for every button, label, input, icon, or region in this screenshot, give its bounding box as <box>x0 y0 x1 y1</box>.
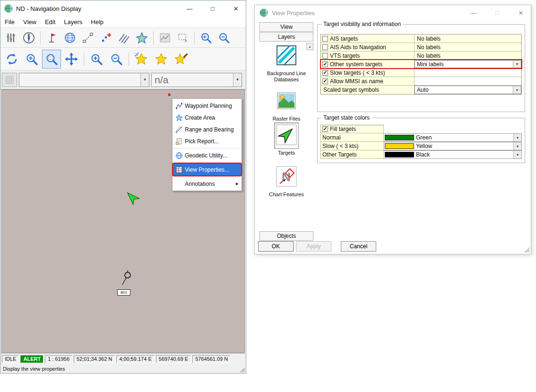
star-new-button[interactable] <box>132 50 151 69</box>
slow-color-combobox[interactable]: Yellow ▼ <box>384 142 522 150</box>
menu-item-range-and-bearing[interactable]: Range and Bearing <box>173 123 241 135</box>
row-value: No labels <box>415 52 521 60</box>
menu-item-geodetic-utility[interactable]: Geodetic Utility... <box>173 149 241 161</box>
parallel-index-lines-icon <box>118 32 130 44</box>
dialog-minimize-button[interactable]: — <box>464 5 484 20</box>
target-symbol[interactable] <box>120 270 137 288</box>
zoom-out-tool-button[interactable] <box>216 30 233 46</box>
pan-button[interactable] <box>62 50 81 69</box>
zoom-in-tool-icon <box>25 52 38 66</box>
other-system-targets-checkbox[interactable]: ✓ <box>322 61 328 67</box>
compass-button[interactable]: N <box>20 30 37 46</box>
chevron-down-icon[interactable]: ▼ <box>513 151 521 158</box>
ais-aids-checkbox[interactable] <box>322 44 328 50</box>
row-allow-mmsi: ✓ Allow MMSI as name <box>321 77 521 86</box>
menu-item-view-properties[interactable]: View Properties... <box>173 164 241 175</box>
menu-item-annotations[interactable]: Annotations ▶ <box>173 178 241 190</box>
context-menu: Waypoint Planning Create Area Range and … <box>172 98 242 191</box>
fill-targets-checkbox[interactable]: ✓ <box>322 126 328 132</box>
tab-objects[interactable]: Objects <box>259 231 313 241</box>
row-normal-color: Normal Green ▼ <box>320 133 522 142</box>
status-easting: 569740.69 E <box>156 355 191 363</box>
vts-targets-checkbox[interactable] <box>322 53 328 59</box>
channel-sliders-button[interactable] <box>2 30 19 46</box>
ais-targets-checkbox[interactable] <box>322 36 328 42</box>
other-targets-color-combobox[interactable]: Black ▼ <box>384 150 522 159</box>
dialog-main-panel: Target visibility and information AIS ta… <box>317 24 525 163</box>
cancel-button[interactable]: Cancel <box>341 241 376 252</box>
waypoint-flag-button[interactable] <box>43 30 61 46</box>
zoom-out-icon <box>218 32 230 44</box>
menu-help[interactable]: Help <box>86 17 108 27</box>
nd-maximize-button[interactable]: □ <box>203 0 223 17</box>
slow-targets-checkbox[interactable]: ✓ <box>322 70 328 76</box>
dialog-globe-icon <box>259 9 268 17</box>
zoom-previous-button[interactable] <box>198 30 215 46</box>
chevron-down-icon[interactable]: ▼ <box>233 73 242 87</box>
chevron-down-icon[interactable]: ▼ <box>513 86 521 94</box>
menu-view[interactable]: View <box>19 17 41 27</box>
color-name: Green <box>416 134 513 141</box>
allow-mmsi-checkbox[interactable]: ✓ <box>322 78 328 84</box>
dialog-resize-grip-icon[interactable] <box>524 247 530 253</box>
add-points-icon <box>100 32 112 44</box>
mode-combobox[interactable]: n/a ▼ <box>151 73 242 87</box>
create-area-button[interactable] <box>133 30 150 46</box>
other-system-targets-combobox[interactable]: Mini labels ▼ <box>415 60 521 68</box>
star-new-icon <box>134 52 148 66</box>
nd-minimize-button[interactable]: — <box>180 0 199 17</box>
zoom-out-button[interactable] <box>107 50 126 69</box>
layer-item-background-line-databases[interactable]: Background Line Databases <box>259 43 313 83</box>
star-edit-button[interactable] <box>172 50 190 69</box>
pick-report-icon <box>173 138 185 145</box>
nd-combo-row: ▼ n/a ▼ <box>0 70 246 89</box>
resize-grip-icon[interactable] <box>240 367 245 373</box>
add-points-button[interactable] <box>97 30 114 46</box>
menu-edit[interactable]: Edit <box>41 17 60 27</box>
row-label: AIS Aids to Navigation <box>330 44 386 51</box>
layer-item-raster-files[interactable]: Raster Files <box>259 88 313 122</box>
layer-item-targets[interactable]: Targets <box>259 122 313 156</box>
toolbar-separator <box>153 31 154 44</box>
normal-color-combobox[interactable]: Green ▼ <box>384 133 522 142</box>
menu-item-create-area[interactable]: Create Area <box>173 112 241 123</box>
draw-line-button[interactable] <box>79 30 96 46</box>
parallel-index-lines-button[interactable] <box>115 30 132 46</box>
menu-file[interactable]: File <box>0 17 19 27</box>
nd-close-button[interactable]: ✕ <box>226 0 246 17</box>
chevron-down-icon[interactable]: ▼ <box>140 73 149 87</box>
toolbar-separator <box>84 52 84 66</box>
chevron-down-icon[interactable]: ▼ <box>513 142 521 150</box>
chart-tool-button-disabled[interactable] <box>156 30 173 46</box>
zoom-in-tool-button[interactable] <box>22 50 41 69</box>
dialog-close-button[interactable]: ✕ <box>511 5 531 20</box>
zoom-in-button[interactable] <box>87 50 106 69</box>
grid-tool-button[interactable] <box>2 73 17 87</box>
globe-button[interactable] <box>61 30 78 46</box>
map-area[interactable]: * B01 Waypoint Planning Create Area Rang… <box>1 89 245 353</box>
menu-item-pick-report[interactable]: Pick Report... <box>173 135 241 147</box>
refresh-view-button[interactable] <box>2 50 21 69</box>
row-label: AIS targets <box>330 35 358 42</box>
status-alert-badge: ALERT <box>20 355 43 363</box>
combobox-value: Mini labels <box>415 61 513 68</box>
layer-item-chart-features[interactable]: N Chart Features <box>259 164 313 198</box>
dialog-maximize-button[interactable]: □ <box>487 5 507 20</box>
group-title: Target visibility and information <box>321 21 403 27</box>
scale-combobox[interactable]: ▼ <box>19 73 149 87</box>
chevron-down-icon[interactable]: ▼ <box>513 134 521 141</box>
scaled-target-symbols-combobox[interactable]: Auto ▼ <box>415 86 521 94</box>
zoom-window-button-selected[interactable] <box>42 50 61 69</box>
status-northing: 5764561.09 N <box>192 355 231 363</box>
tab-view[interactable]: View <box>259 22 313 32</box>
globe-icon <box>64 32 76 44</box>
menu-layers[interactable]: Layers <box>60 17 86 27</box>
star-button[interactable] <box>152 50 171 69</box>
select-rectangle-button-disabled[interactable] <box>174 30 191 46</box>
chevron-down-icon[interactable]: ▼ <box>513 61 521 68</box>
ok-button[interactable]: OK <box>258 241 294 252</box>
menu-item-waypoint-planning[interactable]: Waypoint Planning <box>173 100 241 112</box>
tab-layers[interactable]: Layers <box>259 32 313 42</box>
own-ship-symbol[interactable] <box>124 189 140 205</box>
apply-button[interactable]: Apply <box>296 241 331 252</box>
